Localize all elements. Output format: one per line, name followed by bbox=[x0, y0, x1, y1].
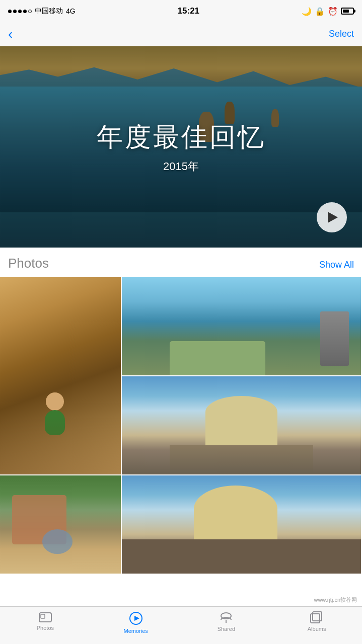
hero-subtitle: 2015年 bbox=[97, 159, 266, 174]
photos-header: Photos Show All bbox=[0, 256, 362, 271]
photo-grid bbox=[0, 277, 362, 574]
nav-bar: ‹ Select bbox=[0, 22, 362, 46]
play-button[interactable] bbox=[317, 202, 347, 232]
status-left: 中国移动 4G bbox=[8, 7, 76, 16]
photos-section-title: Photos bbox=[8, 256, 49, 271]
floor-shadow bbox=[0, 415, 121, 474]
watermark: www.rjtj.cn软荐网 bbox=[314, 596, 357, 604]
tab-memories[interactable]: Memories bbox=[91, 611, 181, 634]
time-display: 15:21 bbox=[178, 6, 199, 16]
tab-albums[interactable]: Albums bbox=[271, 611, 362, 632]
status-right: 🌙 🔒 ⏰ bbox=[302, 7, 354, 16]
svg-marker-3 bbox=[134, 616, 139, 621]
signal-indicator bbox=[8, 10, 32, 13]
photo-arch[interactable] bbox=[122, 376, 361, 474]
bridge-tower bbox=[320, 311, 349, 365]
memories-tab-label: Memories bbox=[123, 628, 148, 634]
shared-tab-label: Shared bbox=[218, 626, 235, 632]
albums-tab-icon bbox=[310, 611, 324, 624]
pier-foreground bbox=[122, 539, 361, 574]
select-button[interactable]: Select bbox=[329, 29, 354, 39]
photos-tab-label: Photos bbox=[37, 625, 54, 631]
photo-baby[interactable] bbox=[0, 277, 121, 474]
pier-dock bbox=[170, 445, 313, 475]
arch-large bbox=[194, 486, 277, 544]
show-all-button[interactable]: Show All bbox=[319, 260, 354, 270]
svg-rect-7 bbox=[313, 612, 322, 621]
carrier-label: 中国移动 bbox=[35, 7, 63, 16]
photos-tab-icon bbox=[38, 611, 52, 623]
arch-building bbox=[205, 396, 277, 450]
svg-rect-1 bbox=[41, 614, 45, 618]
lock-icon: 🔒 bbox=[315, 7, 325, 16]
photo-stanford[interactable] bbox=[0, 475, 121, 574]
memories-tab-icon bbox=[128, 611, 143, 626]
albums-tab-label: Albums bbox=[308, 626, 326, 632]
svg-rect-6 bbox=[311, 614, 320, 623]
alarm-icon: ⏰ bbox=[328, 7, 338, 16]
status-bar: 中国移动 4G 15:21 🌙 🔒 ⏰ bbox=[0, 0, 362, 22]
photo-coast[interactable] bbox=[122, 277, 361, 375]
hero-section: 年度最佳回忆 2015年 bbox=[0, 46, 362, 248]
baby-head bbox=[46, 392, 64, 411]
moon-icon: 🌙 bbox=[302, 7, 312, 16]
hero-title: 年度最佳回忆 bbox=[97, 120, 266, 155]
network-label: 4G bbox=[66, 7, 76, 15]
roundel-feature bbox=[42, 529, 73, 554]
photos-section: Photos Show All bbox=[0, 248, 362, 578]
tab-shared[interactable]: Shared bbox=[181, 611, 272, 632]
tab-photos[interactable]: Photos bbox=[0, 611, 91, 631]
back-button[interactable]: ‹ bbox=[8, 27, 13, 41]
land-peninsula bbox=[170, 341, 265, 375]
battery-indicator bbox=[341, 8, 354, 15]
photo-pier[interactable] bbox=[122, 475, 361, 574]
shared-tab-icon bbox=[219, 611, 234, 624]
hero-text-container: 年度最佳回忆 2015年 bbox=[97, 120, 266, 174]
tab-bar: Photos Memories Shared bbox=[0, 606, 362, 644]
